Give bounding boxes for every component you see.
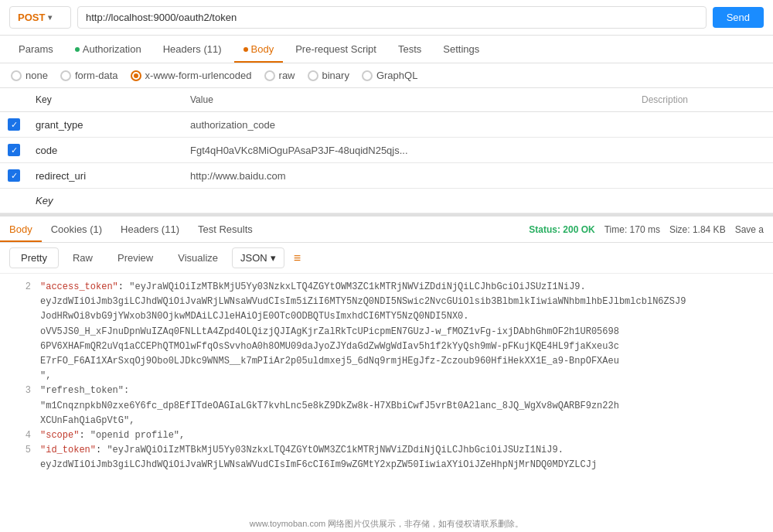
url-input[interactable] bbox=[77, 6, 707, 29]
radio-binary[interactable]: binary bbox=[308, 70, 349, 81]
json-string: XCUnFahQiaGpVtG", bbox=[40, 415, 135, 426]
json-content: "scope": "openid profile", bbox=[40, 428, 767, 443]
tab-dot-authorization bbox=[75, 47, 80, 52]
resp-tab-test-results[interactable]: Test Results bbox=[189, 217, 262, 242]
chevron-down-icon: ▾ bbox=[271, 252, 276, 264]
form-value-0: authorization_code bbox=[182, 112, 634, 138]
fmt-tab-raw[interactable]: Raw bbox=[62, 248, 104, 268]
json-key: "id_token" bbox=[40, 445, 96, 455]
radio-circle-none bbox=[11, 70, 22, 81]
json-string: "refresh_token": bbox=[40, 385, 129, 396]
json-string: 6PV6XHAFmQR2uVq1aCCEPhQTMOlwFfqOsSvvhoA0… bbox=[40, 341, 619, 352]
send-button[interactable]: Send bbox=[713, 7, 764, 28]
json-content: ", bbox=[40, 369, 767, 384]
json-string: oVV5JS0_H_xFJnuDpnWuIZAq0FNLLtA4Zpd4OLQi… bbox=[40, 326, 619, 337]
url-bar: POST ▾ Send bbox=[0, 0, 773, 36]
radio-label-graphql: GraphQL bbox=[376, 70, 417, 81]
tab-settings[interactable]: Settings bbox=[434, 36, 489, 63]
tab-tests[interactable]: Tests bbox=[389, 36, 431, 63]
checkbox-2[interactable]: ✓ bbox=[8, 169, 20, 182]
lines-icon[interactable]: ≡ bbox=[294, 251, 301, 265]
json-line: E7rFO_F6AI1XArSxqOj9Obo0LJDkc9WNMS__k7mP… bbox=[0, 354, 773, 369]
json-string: E7rFO_F6AI1XArSxqOj9Obo0LJDkc9WNMS__k7mP… bbox=[40, 356, 619, 367]
json-line: 6PV6XHAFmQR2uVq1aCCEPhQTMOlwFfqOsSvvhoA0… bbox=[0, 339, 773, 354]
status-badge: Status: 200 OK bbox=[529, 224, 594, 235]
size-badge: Size: 1.84 KB bbox=[669, 224, 726, 235]
resp-tab-body[interactable]: Body bbox=[0, 217, 42, 242]
json-content: eyJzdWIiOiJmb3giLCJhdWQiOiJvaWRjLWNsaWVu… bbox=[40, 295, 767, 309]
save-label[interactable]: Save a bbox=[735, 224, 764, 235]
resp-tab-headers[interactable]: Headers (11) bbox=[111, 217, 189, 242]
chevron-down-icon: ▾ bbox=[48, 13, 52, 22]
form-table: Key Value Description ✓grant_typeauthori… bbox=[0, 88, 773, 213]
form-desc-0 bbox=[634, 112, 773, 138]
line-number bbox=[6, 325, 31, 339]
format-select[interactable]: JSON▾ bbox=[232, 247, 284, 268]
radio-form-data[interactable]: form-data bbox=[60, 70, 118, 81]
radio-label-form-data: form-data bbox=[75, 70, 118, 81]
line-number: 3 bbox=[6, 384, 31, 398]
json-content: XCUnFahQiaGpVtG", bbox=[40, 414, 767, 428]
json-string: ", bbox=[40, 370, 51, 381]
radio-label-raw: raw bbox=[279, 70, 295, 81]
tab-label-pre-request: Pre-request Script bbox=[295, 43, 376, 55]
form-value-1: Fgt4qH0aVKc8MiOguPAsaP3JF-48uqidN25qjs..… bbox=[182, 138, 634, 163]
form-key-2: redirect_uri bbox=[28, 163, 182, 189]
tab-body[interactable]: Body bbox=[234, 36, 284, 63]
response-status-right: Status: 200 OK Time: 170 ms Size: 1.84 K… bbox=[529, 224, 773, 235]
method-select[interactable]: POST ▾ bbox=[9, 6, 71, 29]
checkbox-0[interactable]: ✓ bbox=[8, 118, 20, 131]
radio-circle-form-data bbox=[60, 70, 71, 81]
json-viewer: 2 "access_token": "eyJraWQiOiIzMTBkMjU5Y… bbox=[0, 274, 773, 479]
fmt-tab-pretty[interactable]: Pretty bbox=[9, 247, 59, 268]
json-line: oVV5JS0_H_xFJnuDpnWuIZAq0FNLLtA4Zpd4OLQi… bbox=[0, 325, 773, 339]
json-key: "scope" bbox=[40, 430, 79, 441]
checkbox-1[interactable]: ✓ bbox=[8, 144, 20, 156]
json-line: 2 "access_token": "eyJraWQiOiIzMTBkMjU5Y… bbox=[0, 280, 773, 295]
form-desc-2 bbox=[634, 163, 773, 189]
response-tabs-left: BodyCookies (1)Headers (11)Test Results bbox=[0, 217, 529, 242]
json-string: eyJzdWIiOiJmb3giLCJhdWQiOiJvaWRjLWNsaWVu… bbox=[40, 296, 686, 307]
json-line: "m1CnqznpkbN0zxe6Y6fc_dp8EfITdeOAGIaLGkT… bbox=[0, 399, 773, 414]
tab-params[interactable]: Params bbox=[9, 36, 63, 63]
json-line: 5 "id_token": "eyJraWQiOiIzMTBkMjU5Yy03N… bbox=[0, 443, 773, 458]
json-string: "eyJraWQiOiIzMTBkMjU5Yy03NzkxLTQ4ZGYtOWM… bbox=[129, 281, 586, 292]
response-tabs-header: BodyCookies (1)Headers (11)Test Results … bbox=[0, 217, 773, 243]
form-key-placeholder[interactable]: Key bbox=[28, 189, 182, 213]
form-value-placeholder[interactable] bbox=[182, 189, 634, 213]
fmt-tab-preview[interactable]: Preview bbox=[107, 248, 164, 268]
json-line: ", bbox=[0, 369, 773, 384]
tab-pre-request[interactable]: Pre-request Script bbox=[286, 36, 386, 63]
line-number: 5 bbox=[6, 443, 31, 458]
json-string: "openid profile", bbox=[90, 430, 185, 441]
radio-circle-x-www-form-urlencoded bbox=[131, 70, 141, 81]
tab-label-settings: Settings bbox=[443, 43, 479, 55]
line-number bbox=[6, 458, 31, 472]
tab-headers[interactable]: Headers (11) bbox=[154, 36, 231, 63]
response-section: BodyCookies (1)Headers (11)Test Results … bbox=[0, 213, 773, 479]
tab-label-body: Body bbox=[251, 43, 274, 55]
json-content: 6PV6XHAFmQR2uVq1aCCEPhQTMOlwFfqOsSvvhoA0… bbox=[40, 339, 767, 354]
radio-none[interactable]: none bbox=[11, 70, 48, 81]
radio-graphql[interactable]: GraphQL bbox=[362, 70, 417, 81]
radio-x-www-form-urlencoded[interactable]: x-www-form-urlencoded bbox=[131, 70, 252, 81]
tab-authorization[interactable]: Authorization bbox=[66, 36, 151, 63]
json-line: XCUnFahQiaGpVtG", bbox=[0, 414, 773, 428]
radio-raw[interactable]: raw bbox=[264, 70, 295, 81]
method-label: POST bbox=[18, 12, 45, 23]
form-value-2: http://www.baidu.com bbox=[182, 163, 634, 189]
json-line: JodHRwOi8vbG9jYWxob3N0OjkwMDAiLCJleHAiOj… bbox=[0, 309, 773, 324]
json-line: 4 "scope": "openid profile", bbox=[0, 428, 773, 443]
tab-label-params: Params bbox=[19, 43, 53, 55]
watermark: www.toymoban.com 网络图片仅供展示，非存储，如有侵权请联系删除。 bbox=[0, 516, 773, 532]
form-row-2: ✓redirect_urihttp://www.baidu.com bbox=[0, 163, 773, 189]
radio-circle-binary bbox=[308, 70, 318, 81]
line-number bbox=[6, 399, 31, 414]
form-key-1: code bbox=[28, 138, 182, 163]
col-key-header: Key bbox=[28, 88, 182, 112]
format-tabs-row: PrettyRawPreviewVisualizeJSON▾≡ bbox=[0, 243, 773, 274]
radio-label-binary: binary bbox=[322, 70, 349, 81]
resp-tab-cookies[interactable]: Cookies (1) bbox=[42, 217, 111, 242]
radio-label-none: none bbox=[26, 70, 48, 81]
fmt-tab-visualize[interactable]: Visualize bbox=[167, 248, 229, 268]
